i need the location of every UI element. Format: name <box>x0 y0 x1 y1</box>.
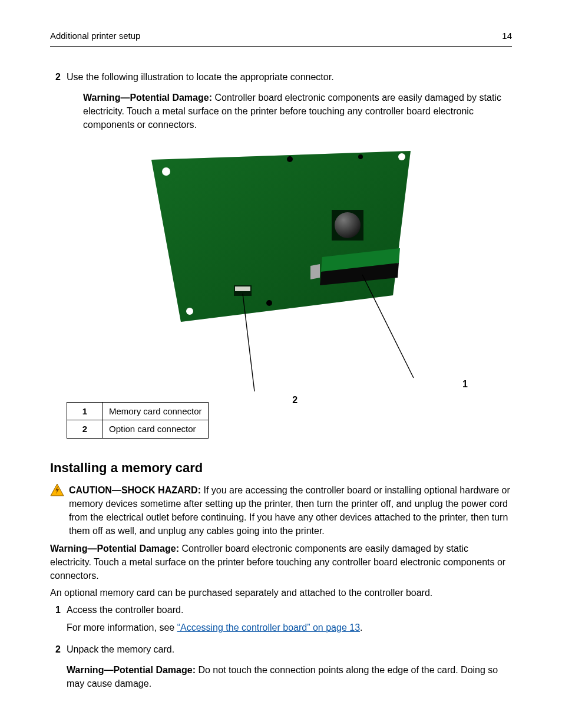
step-number: 2 <box>50 70 61 139</box>
install-step-1: 1 Access the controller board. For more … <box>50 603 512 637</box>
header-section-title: Additional printer setup <box>50 29 140 42</box>
connector-legend-table: 1 Memory card connector 2 Option card co… <box>67 402 209 439</box>
accessing-controller-board-link[interactable]: “Accessing the controller board” on page… <box>177 622 360 633</box>
warning-potential-damage: Warning—Potential Damage: Controller boa… <box>83 91 512 132</box>
shock-hazard-icon <box>50 483 64 496</box>
svg-point-3 <box>287 156 293 162</box>
table-row: 1 Memory card connector <box>67 402 209 420</box>
callout-1: 1 <box>462 379 468 389</box>
header-page-number: 14 <box>502 29 512 42</box>
warning-label: Warning—Potential Damage: <box>67 665 196 675</box>
legend-text: Option card connector <box>103 420 209 439</box>
svg-rect-13 <box>235 286 250 291</box>
step-text: Unpack the memory card. <box>67 644 174 654</box>
legend-text: Memory card connector <box>103 402 209 420</box>
more-info-pre: For more information, see <box>67 622 177 633</box>
page-header: Additional printer setup 14 <box>50 29 512 47</box>
svg-point-6 <box>186 308 193 315</box>
step-text: Access the controller board. <box>67 605 183 615</box>
legend-num: 1 <box>67 402 103 420</box>
warning-potential-damage-3: Warning—Potential Damage: Do not touch t… <box>67 663 512 690</box>
legend-num: 2 <box>67 420 103 439</box>
warning-potential-damage-2: Warning—Potential Damage: Controller boa… <box>50 542 512 583</box>
step-number: 1 <box>50 603 61 637</box>
svg-point-4 <box>358 154 363 159</box>
warning-label: Warning—Potential Damage: <box>83 93 212 103</box>
step-2: 2 Use the following illustration to loca… <box>50 70 512 139</box>
controller-board-figure <box>50 145 512 398</box>
caution-shock-hazard: CAUTION—SHOCK HAZARD: If you are accessi… <box>50 483 512 538</box>
install-step-2: 2 Unpack the memory card. Warning—Potent… <box>50 643 512 698</box>
callout-2: 2 <box>292 395 297 405</box>
step-1-more-info: For more information, see “Accessing the… <box>67 621 512 634</box>
controller-board-illustration <box>134 145 428 398</box>
svg-point-2 <box>162 167 170 176</box>
step-text: Use the following illustration to locate… <box>67 72 334 82</box>
svg-marker-14 <box>310 264 320 279</box>
svg-marker-1 <box>151 151 411 322</box>
install-steps-list: 1 Access the controller board. For more … <box>50 603 512 697</box>
section-heading: Installing a memory card <box>50 459 512 477</box>
table-row: 2 Option card connector <box>67 420 209 439</box>
caution-label: CAUTION—SHOCK HAZARD: <box>69 485 201 495</box>
svg-point-9 <box>335 212 361 238</box>
svg-point-7 <box>266 300 272 306</box>
svg-point-5 <box>398 153 405 160</box>
step-number: 2 <box>50 643 61 698</box>
optional-card-paragraph: An optional memory card can be purchased… <box>50 586 512 599</box>
outer-step-list: 2 Use the following illustration to loca… <box>50 70 512 139</box>
warning-label: Warning—Potential Damage: <box>50 543 179 554</box>
more-info-post: . <box>360 622 362 633</box>
